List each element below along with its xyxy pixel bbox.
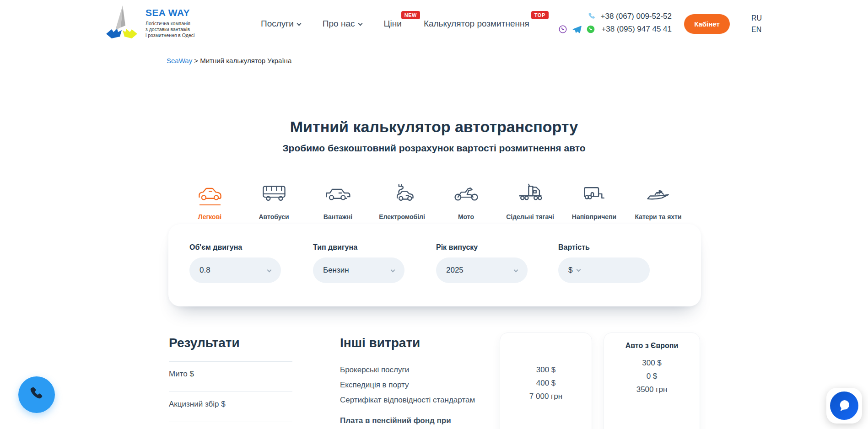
cost-card-local: 300 $ 400 $ 7 000 грн bbox=[500, 332, 592, 429]
motorcycle-icon bbox=[453, 181, 480, 202]
tab-cars[interactable]: Легкові bbox=[183, 181, 237, 220]
other-costs-section: Інші витрати Брокерські послуги Експедиц… bbox=[340, 336, 477, 429]
cost-item-pension-fund: Плата в пенсійний фонд при реєстрації МР… bbox=[340, 414, 477, 429]
bus-icon bbox=[261, 181, 287, 202]
phone-icon bbox=[587, 12, 597, 21]
cost-item: Брокерські послуги bbox=[340, 362, 477, 377]
calculator-form-card: Об'єм двигуна 0.8 Тип двигуна Бензин Рік… bbox=[168, 224, 701, 306]
nav-item-prices[interactable]: Ціни NEW bbox=[384, 19, 402, 29]
nav-item-about[interactable]: Про нас bbox=[323, 19, 362, 29]
cost-card-title bbox=[500, 349, 592, 358]
yacht-icon bbox=[645, 181, 672, 202]
chevron-down-icon bbox=[577, 268, 581, 272]
cost-value: 400 $ bbox=[500, 376, 592, 390]
tab-electric-cars[interactable]: Електромобілі bbox=[375, 181, 429, 220]
other-costs-title: Інші витрати bbox=[340, 336, 477, 350]
page: SEA WAY Логістична компанія з доставки в… bbox=[0, 0, 868, 429]
cost-card-europe-title: Авто з Європи bbox=[604, 342, 700, 351]
chevron-down-icon bbox=[267, 268, 272, 273]
cost-value: 7 000 грн bbox=[500, 390, 592, 403]
year-select[interactable]: 2025 bbox=[436, 257, 528, 283]
trailer-icon bbox=[581, 181, 608, 202]
chevron-down-icon bbox=[358, 21, 362, 26]
cost-value: 3500 грн bbox=[604, 383, 700, 396]
language-switcher: RU EN bbox=[751, 12, 762, 35]
chevron-down-icon bbox=[297, 21, 301, 26]
tab-semi-trailers[interactable]: Напівпричепи bbox=[567, 181, 621, 220]
lang-ru[interactable]: RU bbox=[751, 12, 762, 24]
viber-icon[interactable] bbox=[558, 25, 567, 34]
chevron-down-icon bbox=[391, 268, 395, 273]
results-title: Результати bbox=[169, 336, 292, 350]
phone-number-secondary[interactable]: +38 (095) 947 45 41 bbox=[601, 25, 672, 34]
page-subtitle: Зробимо безкоштовний розрахунок вартості… bbox=[0, 143, 868, 154]
nav-item-services[interactable]: Послуги bbox=[261, 19, 301, 29]
chat-widget-button[interactable] bbox=[826, 388, 862, 424]
logo-title: SEA WAY bbox=[146, 7, 194, 18]
cabinet-button[interactable]: Кабінет bbox=[684, 14, 730, 34]
phone-icon bbox=[27, 386, 46, 404]
cost-item: Сертифікат відповідності стандартам bbox=[340, 392, 477, 408]
tab-buses[interactable]: Автобуси bbox=[247, 181, 301, 220]
engine-type-select[interactable]: Бензин bbox=[313, 257, 404, 283]
year-label: Рік випуску bbox=[436, 243, 528, 252]
car-icon bbox=[197, 181, 223, 202]
vehicle-type-tabs: Легкові Автобуси Ванта bbox=[0, 181, 868, 220]
truck-icon bbox=[325, 181, 351, 202]
tab-boats-yachts[interactable]: Катери та яхти bbox=[631, 181, 685, 220]
results-section: Результати Мито $ Акцизний збір $ bbox=[169, 336, 292, 422]
tab-semi-trucks[interactable]: Сідельні тягачі bbox=[503, 181, 557, 220]
tab-moto[interactable]: Мото bbox=[439, 181, 493, 220]
breadcrumb-current: Митний калькулятор Україна bbox=[200, 57, 291, 64]
tab-trucks[interactable]: Вантажні bbox=[311, 181, 365, 220]
cost-label: Вартість bbox=[558, 243, 650, 252]
engine-type-label: Тип двигуна bbox=[313, 243, 404, 252]
engine-volume-label: Об'єм двигуна bbox=[189, 243, 281, 252]
cost-value: 300 $ bbox=[500, 363, 592, 376]
lang-en[interactable]: EN bbox=[751, 24, 762, 35]
engine-volume-select[interactable]: 0.8 bbox=[189, 257, 281, 283]
cost-card-europe: Авто з Європи 300 $ 0 $ 3500 грн bbox=[604, 332, 700, 429]
electric-car-icon bbox=[389, 181, 415, 202]
cost-item: Експедиція в порту bbox=[340, 377, 477, 392]
cost-currency-input[interactable]: $ bbox=[558, 257, 650, 283]
logo[interactable]: SEA WAY Логістична компанія з доставки в… bbox=[104, 4, 194, 42]
paper-boat-logo-icon bbox=[104, 4, 139, 42]
telegram-icon[interactable] bbox=[572, 25, 582, 34]
chat-bubble-icon bbox=[836, 398, 852, 413]
whatsapp-icon[interactable] bbox=[586, 25, 595, 34]
chevron-down-icon bbox=[514, 268, 518, 273]
page-title: Митний калькулятор автотранспорту bbox=[0, 118, 868, 136]
logo-tagline: Логістична компанія з доставки вантажів … bbox=[146, 21, 194, 38]
phone-number-primary[interactable]: +38 (067) 009-52-52 bbox=[601, 12, 672, 21]
breadcrumb-home-link[interactable]: SeaWay bbox=[167, 57, 192, 64]
new-badge: NEW bbox=[401, 11, 420, 19]
top-badge: TOP bbox=[531, 11, 549, 19]
main-nav: Послуги Про нас Ціни NEW Калькулятор роз… bbox=[261, 0, 529, 48]
header-phones: +38 (067) 009-52-52 +38 (095) bbox=[553, 10, 672, 36]
call-fab-button[interactable] bbox=[18, 376, 55, 413]
cost-value: 300 $ bbox=[604, 356, 700, 370]
header: SEA WAY Логістична компанія з доставки в… bbox=[0, 0, 868, 48]
result-row-duty: Мито $ bbox=[169, 362, 292, 391]
cost-value: 0 $ bbox=[604, 370, 700, 383]
nav-item-customs-calculator[interactable]: Калькулятор розмитнення TOP bbox=[424, 19, 529, 29]
result-row-excise: Акцизний збір $ bbox=[169, 392, 292, 422]
semi-truck-icon bbox=[517, 181, 544, 202]
breadcrumb: SeaWay > Митний калькулятор Україна bbox=[167, 57, 291, 64]
